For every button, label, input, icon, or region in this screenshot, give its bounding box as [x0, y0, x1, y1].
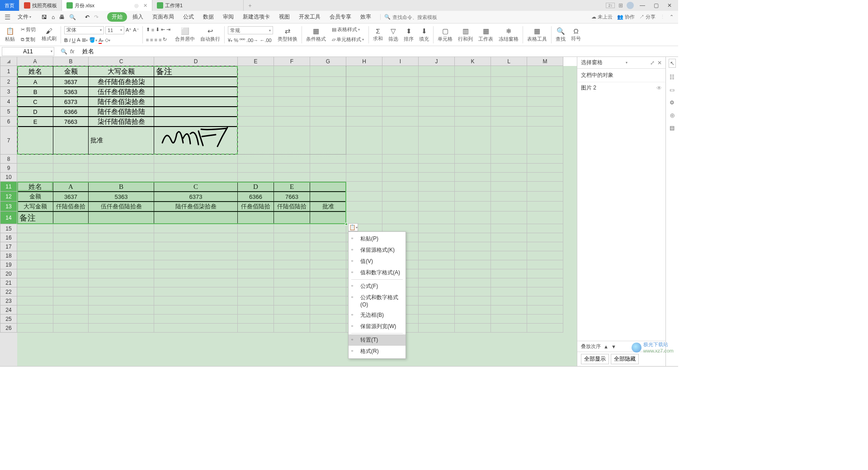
- align-top-icon[interactable]: ⬆: [146, 27, 150, 33]
- cell[interactable]: [346, 107, 382, 117]
- cell[interactable]: [455, 242, 491, 251]
- save-icon[interactable]: 🖫: [40, 14, 48, 20]
- cell[interactable]: [455, 233, 491, 242]
- cell[interactable]: [527, 127, 563, 155]
- cell[interactable]: [17, 173, 53, 182]
- cell[interactable]: [346, 87, 382, 97]
- cell[interactable]: [310, 224, 346, 233]
- cell[interactable]: [53, 127, 89, 155]
- cell[interactable]: [455, 251, 491, 260]
- cell[interactable]: [346, 182, 382, 192]
- cell[interactable]: [238, 260, 274, 269]
- ctx-item[interactable]: ▫值(V): [349, 256, 406, 267]
- sort-button[interactable]: ⬍排序: [401, 27, 416, 42]
- cell[interactable]: [154, 269, 238, 278]
- undo-icon[interactable]: ↶: [84, 14, 91, 20]
- align-right-icon[interactable]: ≡: [155, 37, 157, 42]
- cell[interactable]: [274, 251, 310, 260]
- col-header[interactable]: B: [53, 57, 89, 66]
- cell[interactable]: [89, 324, 154, 333]
- menu-start[interactable]: 开始: [107, 12, 127, 22]
- cell[interactable]: [53, 324, 89, 333]
- cell[interactable]: [455, 164, 491, 173]
- cell[interactable]: [154, 287, 238, 296]
- cell[interactable]: [53, 212, 89, 224]
- cell[interactable]: [527, 164, 563, 173]
- cell[interactable]: [455, 182, 491, 192]
- type-convert-button[interactable]: ⇄类型转换: [275, 27, 300, 42]
- cell[interactable]: [89, 233, 154, 242]
- cell[interactable]: [455, 173, 491, 182]
- menu-view[interactable]: 视图: [275, 12, 293, 22]
- print-icon[interactable]: 🖶: [58, 14, 66, 20]
- show-all-button[interactable]: 全部显示: [581, 354, 609, 364]
- cell[interactable]: [527, 278, 563, 287]
- cell[interactable]: [53, 278, 89, 287]
- pointer-icon[interactable]: ↖: [669, 59, 676, 68]
- cell[interactable]: [17, 269, 53, 278]
- cell[interactable]: [238, 155, 274, 164]
- row-header[interactable]: 18: [0, 251, 17, 260]
- cell[interactable]: [455, 306, 491, 315]
- cell[interactable]: [17, 278, 53, 287]
- cell[interactable]: [419, 155, 455, 164]
- row-header[interactable]: 22: [0, 287, 17, 296]
- cell[interactable]: [89, 315, 154, 324]
- ctx-item[interactable]: ▫无边框(B): [349, 310, 406, 321]
- cell[interactable]: [382, 192, 419, 202]
- cell[interactable]: [89, 251, 154, 260]
- cell[interactable]: 3637: [53, 192, 89, 202]
- cell[interactable]: [238, 164, 274, 173]
- cell[interactable]: [310, 269, 346, 278]
- cell[interactable]: [310, 287, 346, 296]
- cell[interactable]: E: [17, 117, 53, 127]
- cell[interactable]: [274, 269, 310, 278]
- cell[interactable]: [89, 164, 154, 173]
- sum-button[interactable]: Σ求和: [371, 27, 385, 42]
- ctx-item[interactable]: ▫值和数字格式(A): [349, 267, 406, 278]
- cell[interactable]: [491, 164, 527, 173]
- cell[interactable]: 陆仟叁佰柒拾叁: [89, 97, 154, 107]
- cell[interactable]: 5363: [89, 192, 154, 202]
- cell[interactable]: [53, 164, 89, 173]
- cell[interactable]: [346, 202, 382, 212]
- ctx-item[interactable]: ▫格式(R): [349, 346, 406, 357]
- col-header[interactable]: H: [346, 57, 382, 66]
- cell[interactable]: [491, 127, 527, 155]
- spreadsheet-grid[interactable]: 姓名金额大写金额备注A3637叁仟陆佰叁拾柒B5363伍仟叁佰陆拾叁C6373陆…: [17, 66, 577, 366]
- cell[interactable]: [527, 66, 563, 77]
- cell[interactable]: 柒仟陆佰陆拾叁: [89, 117, 154, 127]
- cell[interactable]: [89, 173, 154, 182]
- paste-button[interactable]: 📋粘贴: [3, 27, 17, 42]
- cell[interactable]: [274, 173, 310, 182]
- cell[interactable]: [419, 260, 455, 269]
- percent-icon[interactable]: %: [234, 38, 238, 43]
- cell[interactable]: [527, 202, 563, 212]
- cell[interactable]: [238, 278, 274, 287]
- cell[interactable]: [274, 315, 310, 324]
- cell[interactable]: [527, 107, 563, 117]
- cell[interactable]: [274, 287, 310, 296]
- cut-button[interactable]: ✂剪切: [19, 26, 37, 33]
- cell[interactable]: 6366: [238, 192, 274, 202]
- cell[interactable]: E: [274, 182, 310, 192]
- cell[interactable]: [17, 233, 53, 242]
- close-panel-icon[interactable]: ✕: [657, 60, 662, 66]
- filter-button[interactable]: ▽筛选: [386, 27, 401, 42]
- cell[interactable]: 伍仟叁佰陆拾叁: [89, 87, 154, 97]
- col-header[interactable]: A: [17, 57, 53, 66]
- cell[interactable]: [455, 296, 491, 306]
- cell[interactable]: [419, 164, 455, 173]
- cell[interactable]: [310, 155, 346, 164]
- cell[interactable]: [491, 192, 527, 202]
- tab-workbook1[interactable]: 工作簿1: [152, 0, 244, 11]
- eye-icon[interactable]: 👁: [656, 85, 662, 91]
- cell[interactable]: [53, 260, 89, 269]
- col-header[interactable]: F: [274, 57, 310, 66]
- increase-font-icon[interactable]: A⁺: [126, 27, 132, 33]
- merge-button[interactable]: ⬜合并居中: [173, 27, 197, 42]
- ctx-item[interactable]: ▫粘贴(P): [349, 233, 406, 244]
- cell[interactable]: [154, 155, 238, 164]
- cell[interactable]: [382, 66, 419, 77]
- cell[interactable]: [154, 127, 238, 155]
